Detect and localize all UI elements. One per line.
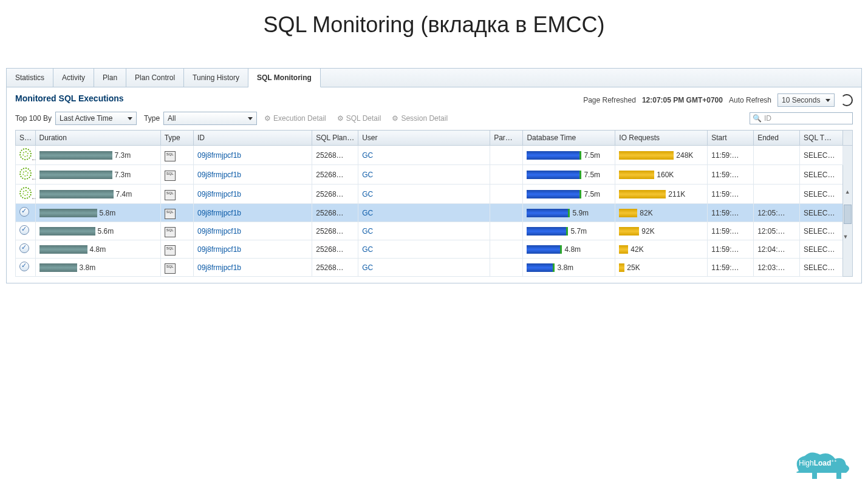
top100-select[interactable]: Last Active Time bbox=[55, 112, 137, 125]
sqlt-cell: SELEC… bbox=[800, 204, 843, 222]
user-cell[interactable]: GC bbox=[358, 259, 490, 277]
io-cell: 160K bbox=[615, 165, 708, 185]
io-bar bbox=[619, 171, 654, 179]
user-cell[interactable]: GC bbox=[358, 222, 490, 240]
col-dbtime[interactable]: Database Time bbox=[523, 130, 615, 146]
scrollbar[interactable]: ▲▼ bbox=[842, 146, 852, 277]
tab-plan-control[interactable]: Plan Control bbox=[126, 69, 184, 87]
io-bar bbox=[619, 190, 666, 198]
dbtime-bar bbox=[527, 209, 570, 217]
detail-icon: ⚙ bbox=[392, 114, 398, 123]
tab-activity[interactable]: Activity bbox=[53, 69, 94, 87]
sql-type-icon: SQL bbox=[165, 190, 176, 200]
col-start[interactable]: Start bbox=[708, 130, 754, 146]
user-cell[interactable]: GC bbox=[358, 240, 490, 259]
execution-detail-button[interactable]: ⚙Execution Detail bbox=[261, 112, 330, 124]
id-cell[interactable]: 09j8frmjpcf1b bbox=[193, 222, 312, 240]
io-cell: 25K bbox=[615, 259, 708, 277]
refresh-icon[interactable] bbox=[841, 94, 853, 106]
duration-cell: 7.3m bbox=[35, 165, 160, 185]
done-icon bbox=[19, 225, 29, 235]
table-row[interactable]: 7.4mSQL09j8frmjpcf1b25268…GC7.5m211K11:5… bbox=[16, 185, 853, 204]
duration-cell: 4.8m bbox=[35, 240, 160, 259]
user-cell[interactable]: GC bbox=[358, 185, 490, 204]
id-cell[interactable]: 09j8frmjpcf1b bbox=[193, 165, 312, 185]
user-cell[interactable]: GC bbox=[358, 165, 490, 185]
chevron-down-icon bbox=[825, 99, 830, 102]
plan-cell: 25268… bbox=[312, 185, 358, 204]
sql-detail-button[interactable]: ⚙SQL Detail bbox=[333, 112, 385, 124]
start-cell: 11:59:… bbox=[708, 259, 754, 277]
id-cell[interactable]: 09j8frmjpcf1b bbox=[193, 185, 312, 204]
status-cell bbox=[16, 240, 36, 259]
type-cell: SQL bbox=[160, 240, 193, 259]
user-cell[interactable]: GC bbox=[358, 146, 490, 165]
sql-table: S… Duration Type ID SQL Plan Hash User P… bbox=[15, 130, 853, 277]
io-bar bbox=[619, 151, 674, 160]
search-input[interactable]: 🔍 ID bbox=[750, 112, 853, 124]
dbtime-cell: 5.7m bbox=[523, 222, 615, 240]
running-icon bbox=[19, 187, 32, 199]
type-cell: SQL bbox=[160, 146, 193, 165]
type-select[interactable]: All bbox=[163, 112, 257, 125]
col-par[interactable]: Par… bbox=[490, 130, 523, 146]
ended-cell: 12:03:… bbox=[754, 259, 800, 277]
dbtime-cell: 5.9m bbox=[523, 204, 615, 222]
io-cell: 82K bbox=[615, 204, 708, 222]
col-duration[interactable]: Duration bbox=[35, 130, 160, 146]
table-row[interactable]: 5.8mSQL09j8frmjpcf1b25268…GC5.9m82K11:59… bbox=[16, 204, 853, 222]
start-cell: 11:59:… bbox=[708, 222, 754, 240]
col-status[interactable]: S… bbox=[16, 130, 36, 146]
done-icon bbox=[19, 262, 29, 271]
io-cell: 92K bbox=[615, 222, 708, 240]
sqlt-cell: SELEC… bbox=[800, 240, 843, 259]
type-value: All bbox=[168, 114, 244, 123]
table-row[interactable]: 4.8mSQL09j8frmjpcf1b25268…GC4.8m42K11:59… bbox=[16, 240, 853, 259]
status-cell bbox=[16, 185, 36, 204]
table-row[interactable]: 5.6mSQL09j8frmjpcf1b25268…GC5.7m92K11:59… bbox=[16, 222, 853, 240]
start-cell: 11:59:… bbox=[708, 204, 754, 222]
id-cell[interactable]: 09j8frmjpcf1b bbox=[193, 204, 312, 222]
col-type[interactable]: Type bbox=[160, 130, 193, 146]
col-plan[interactable]: SQL Plan Hash bbox=[312, 130, 358, 146]
sqlt-cell: SELEC… bbox=[800, 259, 843, 277]
sql-type-icon: SQL bbox=[165, 171, 176, 181]
status-cell bbox=[16, 222, 36, 240]
duration-cell: 7.4m bbox=[35, 185, 160, 204]
table-row[interactable]: 3.8mSQL09j8frmjpcf1b25268…GC3.8m25K11:59… bbox=[16, 259, 853, 277]
col-io[interactable]: IO Requests bbox=[615, 130, 708, 146]
tab-tuning-history[interactable]: Tuning History bbox=[184, 69, 248, 87]
user-cell[interactable]: GC bbox=[358, 204, 490, 222]
duration-cell: 5.8m bbox=[35, 204, 160, 222]
col-user[interactable]: User bbox=[358, 130, 490, 146]
type-cell: SQL bbox=[160, 185, 193, 204]
detail-icon: ⚙ bbox=[337, 114, 344, 123]
duration-bar bbox=[39, 227, 95, 236]
tab-plan[interactable]: Plan bbox=[94, 69, 126, 87]
start-cell: 11:59:… bbox=[708, 240, 754, 259]
col-sqlt[interactable]: SQL T… bbox=[800, 130, 843, 146]
status-cell bbox=[16, 165, 36, 185]
id-cell[interactable]: 09j8frmjpcf1b bbox=[193, 240, 312, 259]
par-cell bbox=[490, 204, 523, 222]
par-cell bbox=[490, 165, 523, 185]
start-cell: 11:59:… bbox=[708, 185, 754, 204]
status-cell bbox=[16, 259, 36, 277]
ended-cell: 12:05:… bbox=[754, 204, 800, 222]
duration-bar bbox=[39, 263, 77, 272]
tab-statistics[interactable]: Statistics bbox=[7, 69, 53, 87]
col-ended[interactable]: Ended bbox=[754, 130, 800, 146]
session-detail-button[interactable]: ⚙Session Detail bbox=[388, 112, 451, 124]
auto-refresh-select[interactable]: 10 Seconds bbox=[777, 93, 835, 107]
id-cell[interactable]: 09j8frmjpcf1b bbox=[193, 146, 312, 165]
id-cell[interactable]: 09j8frmjpcf1b bbox=[193, 259, 312, 277]
tab-sql-monitoring[interactable]: SQL Monitoring bbox=[248, 69, 321, 87]
auto-refresh-label: Auto Refresh bbox=[729, 96, 771, 104]
sqlt-cell: SELEC… bbox=[800, 165, 843, 185]
table-row[interactable]: 7.3mSQL09j8frmjpcf1b25268…GC7.5m248K11:5… bbox=[16, 146, 853, 165]
col-id[interactable]: ID bbox=[193, 130, 312, 146]
duration-bar bbox=[39, 245, 87, 254]
plan-cell: 25268… bbox=[312, 146, 358, 165]
plan-cell: 25268… bbox=[312, 259, 358, 277]
table-row[interactable]: 7.3mSQL09j8frmjpcf1b25268…GC7.5m160K11:5… bbox=[16, 165, 853, 185]
